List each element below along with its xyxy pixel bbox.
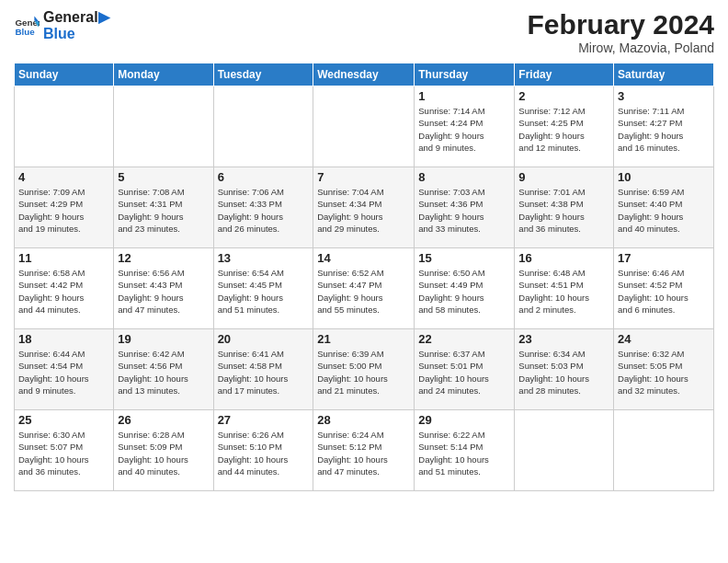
calendar-day-cell: 6Sunrise: 7:06 AM Sunset: 4:33 PM Daylig… — [213, 167, 313, 248]
calendar-day-cell: 4Sunrise: 7:09 AM Sunset: 4:29 PM Daylig… — [15, 167, 114, 248]
logo: General Blue General▶ Blue — [14, 9, 109, 41]
day-info: Sunrise: 6:54 AM Sunset: 4:45 PM Dayligh… — [218, 267, 310, 316]
day-info: Sunrise: 6:44 AM Sunset: 4:54 PM Dayligh… — [18, 348, 109, 396]
day-number: 15 — [418, 251, 510, 265]
day-number: 20 — [218, 332, 310, 346]
day-info: Sunrise: 6:59 AM Sunset: 4:40 PM Dayligh… — [618, 186, 710, 235]
day-info: Sunrise: 6:52 AM Sunset: 4:47 PM Dayligh… — [317, 267, 410, 316]
day-number: 10 — [618, 170, 710, 184]
calendar-week-row: 4Sunrise: 7:09 AM Sunset: 4:29 PM Daylig… — [15, 167, 714, 248]
calendar-day-cell: 14Sunrise: 6:52 AM Sunset: 4:47 PM Dayli… — [313, 248, 415, 329]
calendar-day-cell: 2Sunrise: 7:12 AM Sunset: 4:25 PM Daylig… — [515, 86, 614, 167]
calendar-day-cell: 25Sunrise: 6:30 AM Sunset: 5:07 PM Dayli… — [15, 410, 114, 491]
day-number: 2 — [518, 89, 609, 103]
svg-text:Blue: Blue — [15, 26, 35, 36]
day-info: Sunrise: 6:39 AM Sunset: 5:00 PM Dayligh… — [317, 348, 410, 396]
day-info: Sunrise: 6:30 AM Sunset: 5:07 PM Dayligh… — [18, 429, 109, 477]
day-info: Sunrise: 7:12 AM Sunset: 4:25 PM Dayligh… — [518, 105, 609, 154]
day-info: Sunrise: 6:50 AM Sunset: 4:49 PM Dayligh… — [418, 267, 510, 316]
day-number: 23 — [518, 332, 609, 346]
calendar-day-cell: 8Sunrise: 7:03 AM Sunset: 4:36 PM Daylig… — [415, 167, 515, 248]
calendar-week-row: 25Sunrise: 6:30 AM Sunset: 5:07 PM Dayli… — [15, 410, 714, 491]
day-number: 9 — [518, 170, 609, 184]
col-friday: Friday — [515, 63, 614, 86]
calendar-day-cell: 11Sunrise: 6:58 AM Sunset: 4:42 PM Dayli… — [15, 248, 114, 329]
day-info: Sunrise: 6:56 AM Sunset: 4:43 PM Dayligh… — [118, 267, 209, 316]
day-info: Sunrise: 7:09 AM Sunset: 4:29 PM Dayligh… — [18, 186, 109, 235]
day-number: 26 — [118, 413, 209, 427]
logo-icon: General Blue — [14, 13, 40, 39]
calendar-day-cell: 17Sunrise: 6:46 AM Sunset: 4:52 PM Dayli… — [614, 248, 714, 329]
calendar-day-cell: 1Sunrise: 7:14 AM Sunset: 4:24 PM Daylig… — [415, 86, 515, 167]
col-thursday: Thursday — [415, 63, 515, 86]
day-number: 11 — [18, 251, 109, 265]
calendar-day-cell — [515, 410, 614, 491]
calendar-header-row: Sunday Monday Tuesday Wednesday Thursday… — [15, 63, 714, 86]
day-number: 16 — [518, 251, 609, 265]
day-number: 8 — [418, 170, 510, 184]
calendar-day-cell: 7Sunrise: 7:04 AM Sunset: 4:34 PM Daylig… — [313, 167, 415, 248]
day-number: 27 — [218, 413, 310, 427]
location: Mirow, Mazovia, Poland — [528, 40, 714, 55]
calendar-day-cell: 13Sunrise: 6:54 AM Sunset: 4:45 PM Dayli… — [213, 248, 313, 329]
day-number: 4 — [18, 170, 109, 184]
col-wednesday: Wednesday — [313, 63, 415, 86]
day-info: Sunrise: 7:04 AM Sunset: 4:34 PM Dayligh… — [317, 186, 410, 235]
title-area: February 2024 Mirow, Mazovia, Poland — [528, 9, 714, 55]
col-saturday: Saturday — [614, 63, 714, 86]
day-number: 22 — [418, 332, 510, 346]
calendar-day-cell: 24Sunrise: 6:32 AM Sunset: 5:05 PM Dayli… — [614, 329, 714, 410]
col-sunday: Sunday — [15, 63, 114, 86]
header: General Blue General▶ Blue February 2024… — [14, 9, 714, 55]
day-info: Sunrise: 7:11 AM Sunset: 4:27 PM Dayligh… — [618, 105, 710, 154]
calendar-day-cell — [15, 86, 114, 167]
month-title: February 2024 — [528, 9, 714, 40]
calendar-day-cell: 12Sunrise: 6:56 AM Sunset: 4:43 PM Dayli… — [114, 248, 213, 329]
calendar-day-cell: 27Sunrise: 6:26 AM Sunset: 5:10 PM Dayli… — [213, 410, 313, 491]
calendar-day-cell: 22Sunrise: 6:37 AM Sunset: 5:01 PM Dayli… — [415, 329, 515, 410]
day-info: Sunrise: 7:01 AM Sunset: 4:38 PM Dayligh… — [518, 186, 609, 235]
day-number: 24 — [618, 332, 710, 346]
col-monday: Monday — [114, 63, 213, 86]
calendar-day-cell: 10Sunrise: 6:59 AM Sunset: 4:40 PM Dayli… — [614, 167, 714, 248]
calendar-day-cell: 21Sunrise: 6:39 AM Sunset: 5:00 PM Dayli… — [313, 329, 415, 410]
day-info: Sunrise: 6:28 AM Sunset: 5:09 PM Dayligh… — [118, 429, 209, 477]
calendar-day-cell: 28Sunrise: 6:24 AM Sunset: 5:12 PM Dayli… — [313, 410, 415, 491]
day-number: 14 — [317, 251, 410, 265]
calendar-day-cell: 19Sunrise: 6:42 AM Sunset: 4:56 PM Dayli… — [114, 329, 213, 410]
calendar-day-cell: 18Sunrise: 6:44 AM Sunset: 4:54 PM Dayli… — [15, 329, 114, 410]
calendar-day-cell — [114, 86, 213, 167]
calendar-week-row: 18Sunrise: 6:44 AM Sunset: 4:54 PM Dayli… — [15, 329, 714, 410]
day-number: 18 — [18, 332, 109, 346]
calendar-day-cell: 3Sunrise: 7:11 AM Sunset: 4:27 PM Daylig… — [614, 86, 714, 167]
day-info: Sunrise: 7:03 AM Sunset: 4:36 PM Dayligh… — [418, 186, 510, 235]
day-info: Sunrise: 6:26 AM Sunset: 5:10 PM Dayligh… — [218, 429, 310, 477]
calendar-day-cell: 26Sunrise: 6:28 AM Sunset: 5:09 PM Dayli… — [114, 410, 213, 491]
page-container: General Blue General▶ Blue February 2024… — [0, 0, 728, 500]
day-info: Sunrise: 7:08 AM Sunset: 4:31 PM Dayligh… — [118, 186, 209, 235]
day-info: Sunrise: 7:14 AM Sunset: 4:24 PM Dayligh… — [418, 105, 510, 154]
calendar-day-cell: 15Sunrise: 6:50 AM Sunset: 4:49 PM Dayli… — [415, 248, 515, 329]
calendar-day-cell: 9Sunrise: 7:01 AM Sunset: 4:38 PM Daylig… — [515, 167, 614, 248]
logo-text-line1: General▶ — [43, 9, 109, 26]
calendar-week-row: 1Sunrise: 7:14 AM Sunset: 4:24 PM Daylig… — [15, 86, 714, 167]
col-tuesday: Tuesday — [213, 63, 313, 86]
day-number: 1 — [418, 89, 510, 103]
calendar-day-cell — [213, 86, 313, 167]
day-info: Sunrise: 6:41 AM Sunset: 4:58 PM Dayligh… — [218, 348, 310, 396]
calendar-day-cell — [313, 86, 415, 167]
day-number: 19 — [118, 332, 209, 346]
day-info: Sunrise: 7:06 AM Sunset: 4:33 PM Dayligh… — [218, 186, 310, 235]
day-info: Sunrise: 6:37 AM Sunset: 5:01 PM Dayligh… — [418, 348, 510, 396]
day-info: Sunrise: 6:58 AM Sunset: 4:42 PM Dayligh… — [18, 267, 109, 316]
day-info: Sunrise: 6:42 AM Sunset: 4:56 PM Dayligh… — [118, 348, 209, 396]
calendar-day-cell: 16Sunrise: 6:48 AM Sunset: 4:51 PM Dayli… — [515, 248, 614, 329]
calendar-table: Sunday Monday Tuesday Wednesday Thursday… — [14, 63, 714, 491]
calendar-day-cell: 5Sunrise: 7:08 AM Sunset: 4:31 PM Daylig… — [114, 167, 213, 248]
day-info: Sunrise: 6:22 AM Sunset: 5:14 PM Dayligh… — [418, 429, 510, 477]
day-number: 25 — [18, 413, 109, 427]
day-info: Sunrise: 6:32 AM Sunset: 5:05 PM Dayligh… — [618, 348, 710, 396]
day-number: 6 — [218, 170, 310, 184]
day-number: 28 — [317, 413, 410, 427]
calendar-day-cell — [614, 410, 714, 491]
